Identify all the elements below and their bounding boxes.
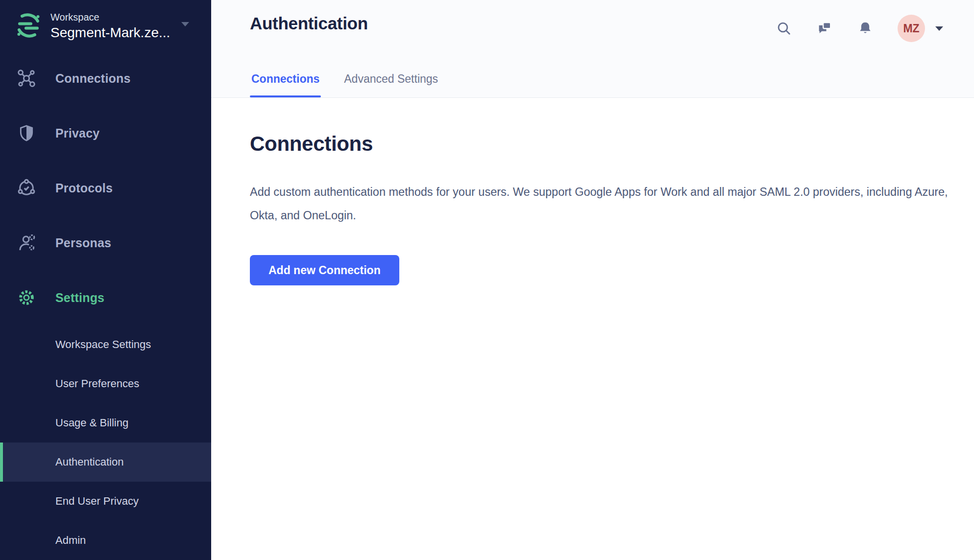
page-title: Authentication <box>250 14 368 33</box>
sidebar-subitem-label: Workspace Settings <box>55 338 151 351</box>
connections-icon <box>16 68 37 89</box>
sidebar-item-settings[interactable]: Settings <box>0 270 211 325</box>
sidebar-item-label: Personas <box>55 236 111 250</box>
sidebar-item-label: Settings <box>55 291 104 305</box>
sidebar-item-protocols[interactable]: Protocols <box>0 161 211 215</box>
section-heading: Connections <box>250 132 974 156</box>
chevron-down-icon <box>181 22 190 27</box>
workspace-switcher[interactable]: Workspace Segment-Mark.ze... <box>0 0 211 51</box>
sidebar-subitem-label: Authentication <box>55 456 123 468</box>
sidebar-subitem-label: End User Privacy <box>55 495 139 508</box>
sidebar-item-personas[interactable]: Personas <box>0 215 211 270</box>
settings-gear-icon <box>16 287 37 308</box>
privacy-shield-icon <box>16 122 37 144</box>
chat-icon[interactable] <box>816 20 833 37</box>
avatar[interactable]: MZ <box>898 15 925 42</box>
sidebar-item-admin[interactable]: Admin <box>0 521 211 560</box>
main-area: Authentication MZ <box>211 0 974 560</box>
tab-connections[interactable]: Connections <box>250 72 321 97</box>
sidebar-nav: Connections Privacy Proto <box>0 51 211 560</box>
sidebar-subitem-label: User Preferences <box>55 377 139 390</box>
bell-icon[interactable] <box>857 20 874 37</box>
page-header: Authentication MZ <box>211 0 974 98</box>
sidebar-item-user-preferences[interactable]: User Preferences <box>0 364 211 403</box>
header-actions: MZ <box>776 15 944 42</box>
personas-icon <box>16 232 37 254</box>
sidebar: Workspace Segment-Mark.ze... <box>0 0 211 560</box>
sidebar-item-workspace-settings[interactable]: Workspace Settings <box>0 325 211 364</box>
tab-advanced-settings[interactable]: Advanced Settings <box>342 72 439 97</box>
workspace-name: Segment-Mark.ze... <box>50 24 170 41</box>
sidebar-item-label: Privacy <box>55 126 99 140</box>
sidebar-item-connections[interactable]: Connections <box>0 51 211 106</box>
sidebar-item-label: Protocols <box>55 181 113 195</box>
caret-down-icon[interactable] <box>935 26 944 31</box>
sidebar-item-label: Connections <box>55 71 131 86</box>
section-description: Add custom authentication methods for yo… <box>250 180 950 227</box>
tab-label: Connections <box>251 72 319 85</box>
add-new-connection-button[interactable]: Add new Connection <box>250 255 399 285</box>
active-tab-underline <box>250 95 321 97</box>
content-panel: Connections Add custom authentication me… <box>211 98 974 285</box>
search-icon[interactable] <box>776 20 792 37</box>
tab-bar: Connections Advanced Settings <box>250 72 439 97</box>
sidebar-item-end-user-privacy[interactable]: End User Privacy <box>0 482 211 521</box>
sidebar-item-usage-billing[interactable]: Usage & Billing <box>0 403 211 443</box>
user-menu[interactable]: MZ <box>898 15 944 42</box>
sidebar-subitem-label: Usage & Billing <box>55 417 128 429</box>
segment-logo-icon <box>15 12 42 39</box>
workspace-label: Workspace <box>50 11 170 24</box>
sidebar-subitem-label: Admin <box>55 534 86 547</box>
sidebar-item-privacy[interactable]: Privacy <box>0 106 211 161</box>
tab-label: Advanced Settings <box>344 72 438 85</box>
sidebar-item-authentication[interactable]: Authentication <box>0 443 211 482</box>
protocols-icon <box>16 177 37 199</box>
